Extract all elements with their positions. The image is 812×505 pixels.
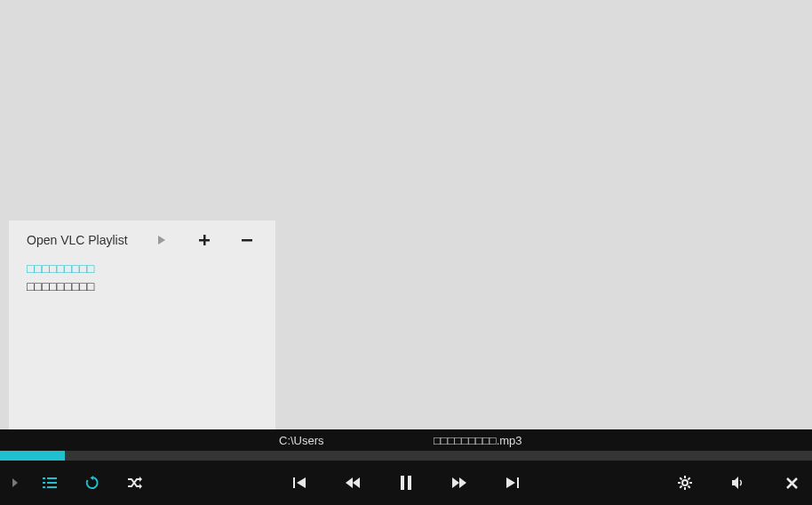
svg-rect-23 xyxy=(517,477,519,488)
playlist-panel: Open VLC Playlist □□□□□□□□□ □□□□□□□□□ xyxy=(9,220,275,443)
seek-bar[interactable] xyxy=(0,451,812,461)
svg-line-31 xyxy=(680,486,681,488)
svg-rect-14 xyxy=(293,477,295,488)
fast-forward-icon[interactable] xyxy=(446,469,473,496)
seek-bar-fill xyxy=(0,451,65,461)
list-icon[interactable] xyxy=(39,469,60,496)
playlist-item[interactable]: □□□□□□□□□ xyxy=(27,277,258,295)
skip-end-icon[interactable] xyxy=(499,469,526,496)
svg-rect-2 xyxy=(199,239,210,242)
shuffle-icon[interactable] xyxy=(124,469,146,496)
control-left-group xyxy=(0,469,153,496)
gear-icon[interactable] xyxy=(672,469,698,496)
media-player-window: Open VLC Playlist □□□□□□□□□ □□□□□□□□□ C:… xyxy=(0,0,812,505)
svg-marker-17 xyxy=(353,477,360,488)
svg-marker-21 xyxy=(459,477,466,488)
nowplaying-path: C:\Users xyxy=(279,434,324,447)
svg-rect-9 xyxy=(43,486,45,488)
svg-line-29 xyxy=(680,477,681,479)
svg-marker-22 xyxy=(506,477,515,488)
control-right-group xyxy=(672,469,805,496)
svg-marker-12 xyxy=(139,477,142,482)
svg-marker-0 xyxy=(158,236,165,244)
play-small-icon[interactable] xyxy=(149,236,174,244)
pause-icon[interactable] xyxy=(393,469,419,496)
svg-marker-16 xyxy=(346,477,353,488)
svg-marker-33 xyxy=(732,477,738,489)
playlist-title-button[interactable]: Open VLC Playlist xyxy=(27,233,128,247)
playlist-items: □□□□□□□□□ □□□□□□□□□ xyxy=(9,260,275,295)
svg-line-32 xyxy=(689,477,690,479)
svg-rect-19 xyxy=(408,476,411,490)
svg-marker-11 xyxy=(91,476,94,480)
control-bar xyxy=(0,461,812,505)
svg-rect-8 xyxy=(47,482,57,484)
svg-marker-4 xyxy=(12,478,18,487)
svg-rect-7 xyxy=(43,482,45,484)
svg-rect-10 xyxy=(47,486,57,488)
plus-icon[interactable] xyxy=(192,234,217,246)
minus-icon[interactable] xyxy=(235,234,259,246)
svg-rect-3 xyxy=(242,239,252,242)
volume-icon[interactable] xyxy=(725,469,752,496)
repeat-icon[interactable] xyxy=(82,469,103,496)
skip-start-icon[interactable] xyxy=(286,469,313,496)
control-center-group xyxy=(286,469,526,496)
nowplaying-bar: C:\Users □□□□□□□□□.mp3 xyxy=(0,429,812,451)
rewind-icon[interactable] xyxy=(339,469,366,496)
svg-marker-13 xyxy=(139,484,142,489)
playlist-header: Open VLC Playlist xyxy=(9,220,275,260)
svg-rect-6 xyxy=(47,477,57,479)
svg-rect-5 xyxy=(43,477,45,479)
playlist-item[interactable]: □□□□□□□□□ xyxy=(27,260,258,277)
svg-marker-15 xyxy=(297,477,306,488)
svg-line-30 xyxy=(689,486,690,488)
svg-rect-18 xyxy=(401,476,404,490)
close-icon[interactable] xyxy=(778,469,805,496)
nowplaying-file: □□□□□□□□□.mp3 xyxy=(434,434,522,447)
svg-marker-20 xyxy=(452,477,459,488)
svg-point-24 xyxy=(682,480,688,485)
chevron-right-icon[interactable] xyxy=(5,469,27,496)
